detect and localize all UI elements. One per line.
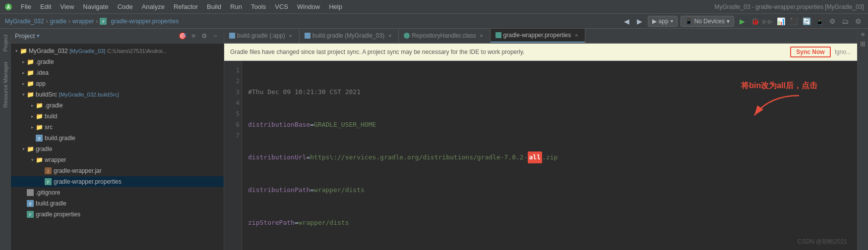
settings-button[interactable]: ⚙ xyxy=(853,16,863,26)
stop-button[interactable]: ⬛ xyxy=(789,16,799,26)
ignore-button[interactable]: Igno... xyxy=(835,49,851,55)
tab-close-build-root[interactable]: × xyxy=(386,32,393,39)
folder-icon-gradle-inner: 📁 xyxy=(36,102,43,109)
app-icon: A xyxy=(4,2,13,11)
tree-item-gradle-props[interactable]: ▸ p gradle-wrapper.properties xyxy=(11,176,224,187)
sync-now-button[interactable]: Sync Now xyxy=(790,47,830,57)
item-label-gradle-jar: gradle-wrapper.jar xyxy=(54,167,102,174)
sidebar-settings-icon[interactable]: ⚙ xyxy=(200,32,209,41)
no-devices-arrow-icon: ▾ xyxy=(727,18,730,25)
file-icon-build-gradle-bs: g xyxy=(36,135,43,142)
tree-item-src[interactable]: ▸ 📁 src xyxy=(11,122,224,133)
breadcrumb-project[interactable]: MyGradle_032 xyxy=(5,18,44,25)
tree-item-gradle-jar[interactable]: ▸ j gradle-wrapper.jar xyxy=(11,165,224,176)
menu-tools[interactable]: Tools xyxy=(247,2,270,11)
collapse-all-icon[interactable]: ≡ xyxy=(189,32,198,41)
main-layout: Project Resource Manager Project ▾ 🎯 ≡ ⚙… xyxy=(0,29,868,250)
expand-icon-src: ▸ xyxy=(29,124,36,131)
sidebar: Project ▾ 🎯 ≡ ⚙ − ▾ 📁 MyGradle_032 [MyGr… xyxy=(11,29,224,250)
menu-build[interactable]: Build xyxy=(203,2,225,11)
tab-close-repo-handler[interactable]: × xyxy=(478,32,485,39)
tree-item-gradle-folder[interactable]: ▾ 📁 gradle xyxy=(11,144,224,154)
tab-repo-handler[interactable]: RepositoryHandler.class × xyxy=(399,29,490,43)
tab-build-root[interactable]: build.gradle (MyGradle_03) × xyxy=(300,29,399,43)
line-num-7: 7 xyxy=(226,130,240,141)
right-sidebar-icon-2[interactable]: ⊞ xyxy=(860,40,866,48)
code-editor: 1 2 3 4 5 6 7 #Thu Dec 09 10:21:30 CST 2… xyxy=(224,61,857,250)
menu-window[interactable]: Window xyxy=(293,2,324,11)
navigate-forward-icon[interactable]: ▶ xyxy=(635,16,645,26)
menu-run[interactable]: Run xyxy=(226,2,246,11)
tree-item-gradle-properties[interactable]: ▸ p gradle.properties xyxy=(11,209,224,220)
window-title: MyGradle_03 - gradle-wrapper.properties … xyxy=(715,3,864,10)
tree-item-build-gradle-bs[interactable]: ▸ g build.gradle xyxy=(11,133,224,144)
navigate-back-icon[interactable]: ◀ xyxy=(622,16,632,26)
expand-icon-app: ▸ xyxy=(20,80,27,87)
code-content[interactable]: #Thu Dec 09 10:21:30 CST 2021 distributi… xyxy=(242,61,857,250)
menu-code[interactable]: Code xyxy=(114,2,137,11)
tab-build-app[interactable]: build.gradle (:app) × xyxy=(224,29,300,43)
locate-icon[interactable]: 🎯 xyxy=(178,32,187,41)
menu-navigate[interactable]: Navigate xyxy=(79,2,112,11)
right-sidebar-icon-1[interactable]: ≡ xyxy=(861,31,865,38)
breadcrumb-sep3: › xyxy=(96,18,98,25)
breadcrumb-sep1: › xyxy=(46,18,48,25)
file-icon-gradle-jar: j xyxy=(45,167,52,174)
code-line-5: zipStorePath=wrapper/dists xyxy=(248,217,851,228)
code-eq-3: = xyxy=(306,152,310,163)
tree-item-build[interactable]: ▸ 📁 build xyxy=(11,111,224,122)
code-suffix-3: .zip xyxy=(542,152,558,163)
file-icon-gradle-props: p xyxy=(45,178,52,185)
project-tab[interactable]: Project xyxy=(1,31,9,55)
run-config-arrow-icon: ▾ xyxy=(671,18,673,24)
sidebar-dropdown-icon[interactable]: ▾ xyxy=(37,33,40,39)
item-label-gradle-inner: .gradle xyxy=(45,102,63,109)
tree-item-app[interactable]: ▸ 📁 app xyxy=(11,78,224,89)
line-num-6: 6 xyxy=(226,119,240,130)
menu-view[interactable]: View xyxy=(56,2,78,11)
line-num-2: 2 xyxy=(226,76,240,87)
sync-button[interactable]: 🔄 xyxy=(802,16,811,26)
tab-close-build-app[interactable]: × xyxy=(287,32,294,39)
menu-bar: A File Edit View Navigate Code Analyze R… xyxy=(0,0,868,14)
line-num-3: 3 xyxy=(226,87,240,98)
breadcrumb-wrapper[interactable]: wrapper xyxy=(72,18,94,25)
tree-item-buildsrc[interactable]: ▾ 📁 buildSrc [MyGradle_032.buildSrc] xyxy=(11,89,224,100)
tree-item-gradle-inner[interactable]: ▸ 📁 .gradle xyxy=(11,100,224,111)
menu-help[interactable]: Help xyxy=(325,2,346,11)
menu-refactor[interactable]: Refactor xyxy=(170,2,202,11)
code-val-4: wrapper/dists xyxy=(314,185,365,196)
avd-button[interactable]: 📱 xyxy=(814,16,824,26)
menu-vcs[interactable]: VCS xyxy=(271,2,292,11)
sidebar-minimize-icon[interactable]: − xyxy=(211,32,220,41)
tab-close-gradle-wrapper-props[interactable]: × xyxy=(573,32,580,39)
item-label-buildsrc: buildSrc [MyGradle_032.buildSrc] xyxy=(36,91,119,98)
code-line-2: distributionBase=GRADLE_USER_HOME xyxy=(248,119,851,130)
profile-button[interactable]: 📊 xyxy=(776,16,786,26)
menu-edit[interactable]: Edit xyxy=(36,2,55,11)
svg-text:A: A xyxy=(6,4,10,10)
menu-file[interactable]: File xyxy=(17,2,35,11)
tree-item-gitignore[interactable]: ▸ . .gitignore xyxy=(11,187,224,198)
breadcrumb-file[interactable]: gradle-wrapper.properties xyxy=(111,18,179,25)
tab-icon-build-root xyxy=(305,33,310,39)
run-tests-button[interactable]: ▶▶ xyxy=(763,16,773,26)
tree-item-idea[interactable]: ▸ 📁 .idea xyxy=(11,67,224,78)
project-structure-button[interactable]: 🗂 xyxy=(840,16,850,26)
run-config-button[interactable]: ▶ app ▾ xyxy=(648,16,678,27)
breadcrumb-gradle[interactable]: gradle xyxy=(50,18,66,25)
tab-gradle-wrapper-props[interactable]: gradle-wrapper.properties × xyxy=(491,29,586,43)
resource-manager-tab[interactable]: Resource Manager xyxy=(1,57,9,112)
code-line-4: distributionPath=wrapper/dists xyxy=(248,185,851,196)
item-label-build-gradle-root: build.gradle xyxy=(36,200,66,207)
debug-button[interactable]: 🐞 xyxy=(750,16,760,26)
sdk-button[interactable]: ⚙ xyxy=(827,16,837,26)
expand-icon-build: ▸ xyxy=(29,113,36,120)
no-devices-button[interactable]: 📱 No Devices ▾ xyxy=(681,16,734,27)
tree-item-root[interactable]: ▾ 📁 MyGradle_032 [MyGradle_03] C:\Users\… xyxy=(11,46,224,56)
menu-analyze[interactable]: Analyze xyxy=(138,2,169,11)
tree-item-wrapper[interactable]: ▾ 📁 wrapper xyxy=(11,154,224,165)
run-button[interactable]: ▶ xyxy=(737,16,747,26)
tree-item-gradle-root[interactable]: ▸ 📁 .gradle xyxy=(11,56,224,67)
tree-item-build-gradle-root[interactable]: ▸ g build.gradle xyxy=(11,198,224,209)
